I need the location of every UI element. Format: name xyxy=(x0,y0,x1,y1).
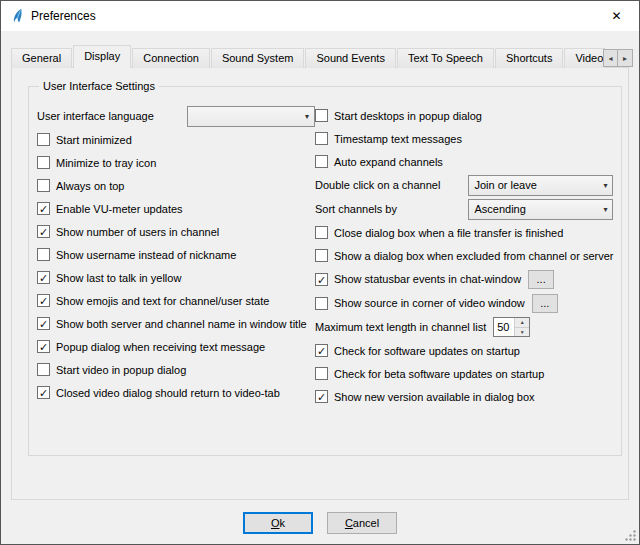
tab-text-to-speech[interactable]: Text To Speech xyxy=(397,48,494,68)
statusbar-events-config-button[interactable]: ... xyxy=(528,270,554,289)
tab-scroll-right-button[interactable]: ▸ xyxy=(618,49,633,67)
max-text-length-label: Maximum text length in channel list xyxy=(315,321,486,333)
checkbox-label: Popup dialog when receiving text message xyxy=(56,341,265,353)
video-source-checkbox[interactable] xyxy=(315,297,328,310)
unchecked-checkbox[interactable] xyxy=(37,133,50,146)
statusbar-events-checkbox[interactable]: ✓ xyxy=(315,273,328,286)
checked-checkbox[interactable]: ✓ xyxy=(37,317,50,330)
checked-checkbox[interactable]: ✓ xyxy=(315,344,328,357)
tab-video[interactable]: Video xyxy=(564,48,605,68)
checked-checkbox[interactable]: ✓ xyxy=(37,340,50,353)
checkbox-row-timestamp-text-messages[interactable]: Timestamp text messages xyxy=(315,127,613,150)
close-button[interactable]: ✕ xyxy=(594,1,639,31)
video-source-config-button[interactable]: ... xyxy=(532,294,558,313)
unchecked-checkbox[interactable] xyxy=(37,363,50,376)
tab-scroll-control: ◂ ▸ xyxy=(603,49,633,67)
double-click-row: Double click on a channel Join or leave … xyxy=(315,173,613,197)
checkbox-label: Show username instead of nickname xyxy=(56,249,236,261)
checkbox-row-show-number-of-users-in-channel[interactable]: ✓Show number of users in channel xyxy=(37,220,315,243)
unchecked-checkbox[interactable] xyxy=(37,179,50,192)
ok-button-label: Ok xyxy=(244,517,312,529)
checked-checkbox[interactable]: ✓ xyxy=(315,390,328,403)
language-select[interactable]: ▾ xyxy=(187,106,315,127)
unchecked-checkbox[interactable] xyxy=(315,155,328,168)
tab-display[interactable]: Display xyxy=(73,45,131,68)
checkbox-row-show-a-dialog-box-when-excluded-from-channel-or-server[interactable]: Show a dialog box when excluded from cha… xyxy=(315,244,613,267)
checkbox-label: Auto expand channels xyxy=(334,156,443,168)
dialog-footer: Ok Cancel xyxy=(1,512,639,534)
checkbox-row-start-video-in-popup-dialog[interactable]: Start video in popup dialog xyxy=(37,358,315,381)
left-column: User interface language ▾ Start minimize… xyxy=(37,104,315,408)
unchecked-checkbox[interactable] xyxy=(315,249,328,262)
checkbox-label: Closed video dialog should return to vid… xyxy=(56,387,280,399)
sort-channels-select[interactable]: Ascending ▾ xyxy=(468,199,613,220)
right-bottom-checkbox-list: ✓Check for software updates on startupCh… xyxy=(315,339,613,408)
right-mid-checkbox-list: Close dialog box when a file transfer is… xyxy=(315,221,613,267)
left-checkbox-list: Start minimizedMinimize to tray iconAlwa… xyxy=(37,128,315,404)
unchecked-checkbox[interactable] xyxy=(37,156,50,169)
checked-checkbox[interactable]: ✓ xyxy=(37,225,50,238)
cancel-button-label: Cancel xyxy=(328,517,396,529)
checkbox-row-minimize-to-tray-icon[interactable]: Minimize to tray icon xyxy=(37,151,315,174)
checkbox-row-start-minimized[interactable]: Start minimized xyxy=(37,128,315,151)
double-click-select[interactable]: Join or leave ▾ xyxy=(468,175,613,196)
language-row: User interface language ▾ xyxy=(37,104,315,128)
spin-down-icon[interactable]: ▼ xyxy=(515,328,529,337)
tab-scroll-left-button[interactable]: ◂ xyxy=(603,49,618,67)
unchecked-checkbox[interactable] xyxy=(315,226,328,239)
right-top-checkbox-list: Start desktops in popup dialogTimestamp … xyxy=(315,104,613,173)
chevron-down-icon: ▾ xyxy=(603,205,607,214)
checkbox-label: Start minimized xyxy=(56,134,132,146)
checkbox-row-popup-dialog-when-receiving-text-message[interactable]: ✓Popup dialog when receiving text messag… xyxy=(37,335,315,358)
tab-bar: GeneralDisplayConnectionSound SystemSoun… xyxy=(11,45,605,68)
checkbox-row-show-username-instead-of-nickname[interactable]: Show username instead of nickname xyxy=(37,243,315,266)
checkbox-row-always-on-top[interactable]: Always on top xyxy=(37,174,315,197)
video-source-row: Show source in corner of video window ..… xyxy=(315,291,613,315)
checkbox-row-check-for-software-updates-on-startup[interactable]: ✓Check for software updates on startup xyxy=(315,339,613,362)
unchecked-checkbox[interactable] xyxy=(37,248,50,261)
sort-channels-label: Sort channels by xyxy=(315,203,468,215)
tab-general[interactable]: General xyxy=(11,48,72,68)
unchecked-checkbox[interactable] xyxy=(315,132,328,145)
spinner-arrows: ▲ ▼ xyxy=(514,318,529,336)
statusbar-events-label: Show statusbar events in chat-window xyxy=(334,273,521,285)
checked-checkbox[interactable]: ✓ xyxy=(37,294,50,307)
checkbox-row-show-emojis-and-text-for-channel-user-state[interactable]: ✓Show emojis and text for channel/user s… xyxy=(37,289,315,312)
checkbox-label: Enable VU-meter updates xyxy=(56,203,183,215)
tab-connection[interactable]: Connection xyxy=(132,48,210,68)
unchecked-checkbox[interactable] xyxy=(315,109,328,122)
tab-sound-events[interactable]: Sound Events xyxy=(305,48,396,68)
resize-grip[interactable] xyxy=(624,529,637,542)
checkbox-row-show-both-server-and-channel-name-in-window-title[interactable]: ✓Show both server and channel name in wi… xyxy=(37,312,315,335)
checkbox-row-show-new-version-available-in-dialog-box[interactable]: ✓Show new version available in dialog bo… xyxy=(315,385,613,408)
checkbox-row-closed-video-dialog-should-return-to-video-tab[interactable]: ✓Closed video dialog should return to vi… xyxy=(37,381,315,404)
max-text-length-row: Maximum text length in channel list 50 ▲… xyxy=(315,315,613,339)
checked-checkbox[interactable]: ✓ xyxy=(37,386,50,399)
checkbox-label: Check for software updates on startup xyxy=(334,345,520,357)
title-bar[interactable]: Preferences ✕ xyxy=(1,1,639,31)
checkbox-row-auto-expand-channels[interactable]: Auto expand channels xyxy=(315,150,613,173)
tab-shortcuts[interactable]: Shortcuts xyxy=(495,48,563,68)
cancel-button[interactable]: Cancel xyxy=(327,512,397,534)
checkbox-row-check-for-beta-software-updates-on-startup[interactable]: Check for beta software updates on start… xyxy=(315,362,613,385)
unchecked-checkbox[interactable] xyxy=(315,367,328,380)
checkbox-label: Start desktops in popup dialog xyxy=(334,110,482,122)
max-text-length-value: 50 xyxy=(494,318,514,336)
ok-button[interactable]: Ok xyxy=(243,512,313,534)
chevron-down-icon: ▾ xyxy=(603,181,607,190)
chevron-down-icon: ▾ xyxy=(305,112,309,121)
checkbox-row-show-last-to-talk-in-yellow[interactable]: ✓Show last to talk in yellow xyxy=(37,266,315,289)
max-text-length-spinner[interactable]: 50 ▲ ▼ xyxy=(493,317,530,337)
checkbox-row-close-dialog-box-when-a-file-transfer-is-finished[interactable]: Close dialog box when a file transfer is… xyxy=(315,221,613,244)
tab-sound-system[interactable]: Sound System xyxy=(211,48,305,68)
checkbox-row-enable-vu-meter-updates[interactable]: ✓Enable VU-meter updates xyxy=(37,197,315,220)
checkbox-label: Show last to talk in yellow xyxy=(56,272,181,284)
spin-up-icon[interactable]: ▲ xyxy=(515,318,529,328)
language-label: User interface language xyxy=(37,110,187,122)
checkbox-label: Show both server and channel name in win… xyxy=(56,318,307,330)
checkbox-row-start-desktops-in-popup-dialog[interactable]: Start desktops in popup dialog xyxy=(315,104,613,127)
checkbox-label: Start video in popup dialog xyxy=(56,364,186,376)
checked-checkbox[interactable]: ✓ xyxy=(37,271,50,284)
checked-checkbox[interactable]: ✓ xyxy=(37,202,50,215)
sort-channels-value: Ascending xyxy=(474,203,599,215)
